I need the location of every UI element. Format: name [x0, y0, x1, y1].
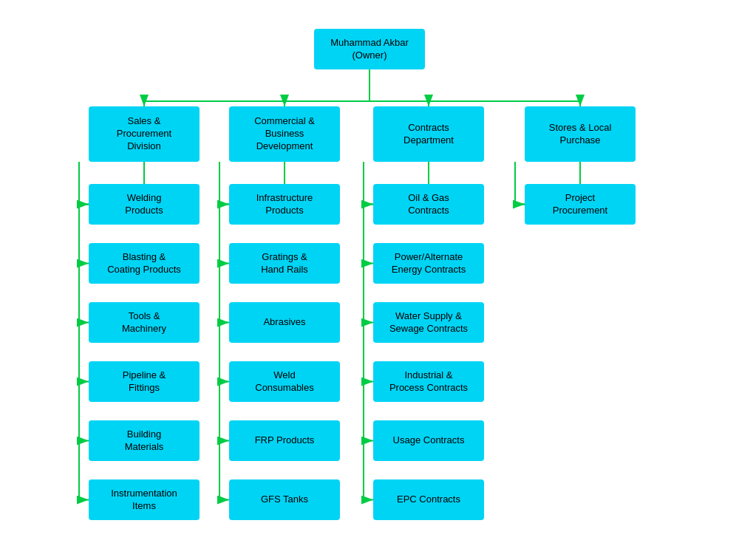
level2-sales-5: Instrumentation Items — [89, 479, 200, 520]
level2-sales-0: Welding Products — [89, 184, 200, 225]
level2-sales-4: Building Materials — [89, 420, 200, 461]
level2-commercial-4: FRP Products — [229, 420, 340, 461]
level2-contracts-2: Water Supply & Sewage Contracts — [373, 302, 484, 343]
level2-contracts-0: Oil & Gas Contracts — [373, 184, 484, 225]
level2-sales-2: Tools & Machinery — [89, 302, 200, 343]
level2-contracts-3: Industrial & Process Contracts — [373, 361, 484, 402]
level2-contracts-5: EPC Contracts — [373, 479, 484, 520]
level1-stores: Stores & Local Purchase — [525, 106, 636, 162]
level1-contracts: Contracts Department — [373, 106, 484, 162]
level2-sales-1: Blasting & Coating Products — [89, 243, 200, 284]
org-chart: Muhammad Akbar (Owner)Sales & Procuremen… — [7, 7, 732, 553]
owner-node: Muhammad Akbar (Owner) — [314, 29, 425, 69]
level2-contracts-4: Usage Contracts — [373, 420, 484, 461]
level2-commercial-1: Gratings & Hand Rails — [229, 243, 340, 284]
level2-stores-0: Project Procurement — [525, 184, 636, 225]
level2-commercial-3: Weld Consumables — [229, 361, 340, 402]
level2-commercial-5: GFS Tanks — [229, 479, 340, 520]
level1-sales: Sales & Procurement Division — [89, 106, 200, 162]
level2-commercial-0: Infrastructure Products — [229, 184, 340, 225]
level2-sales-3: Pipeline & Fittings — [89, 361, 200, 402]
level2-commercial-2: Abrasives — [229, 302, 340, 343]
level1-commercial: Commercial & Business Development — [229, 106, 340, 162]
level2-contracts-1: Power/Alternate Energy Contracts — [373, 243, 484, 284]
